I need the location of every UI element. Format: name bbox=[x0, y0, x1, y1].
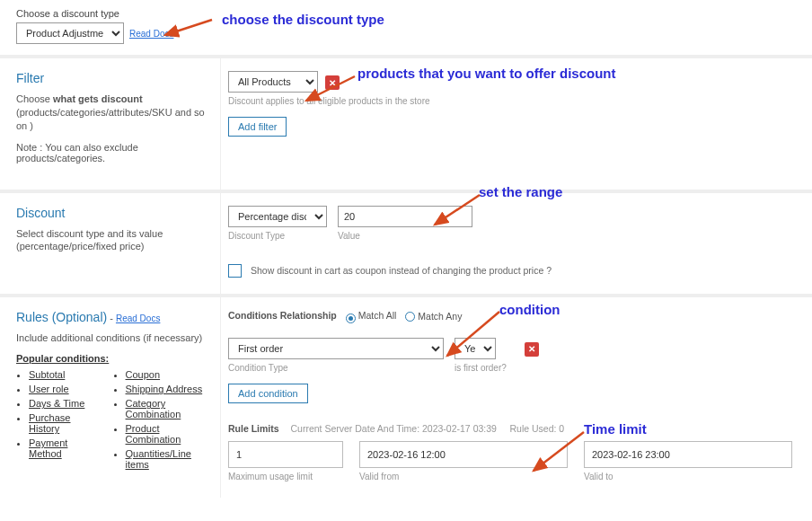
server-time-value: 2023-02-17 03:39 bbox=[422, 423, 497, 434]
rule-used-label: Rule Used: bbox=[510, 423, 560, 434]
popular-left-list: Subtotal User role Days & Time Purchase … bbox=[16, 369, 93, 473]
valid-to-helper: Valid to bbox=[584, 472, 792, 481]
conditions-relationship-label: Conditions Relationship bbox=[228, 310, 337, 321]
filter-title: Filter bbox=[16, 71, 209, 85]
remove-condition-icon[interactable]: ✕ bbox=[525, 342, 539, 357]
popular-conditions-title: Popular conditions: bbox=[16, 353, 209, 364]
popular-item[interactable]: Coupon bbox=[126, 369, 209, 380]
filter-helper: Discount applies to all eligible product… bbox=[228, 96, 790, 106]
discount-title: Discount bbox=[16, 206, 209, 220]
popular-item[interactable]: Category Combination bbox=[126, 398, 209, 419]
discount-value-input[interactable] bbox=[338, 206, 472, 227]
rules-read-docs-link[interactable]: Read Docs bbox=[116, 313, 160, 323]
condition-type-helper: Condition Type bbox=[228, 363, 444, 373]
condition-value-helper: is first order? bbox=[455, 363, 507, 373]
popular-item[interactable]: User role bbox=[29, 384, 93, 394]
discount-value-helper: Value bbox=[338, 231, 472, 241]
rule-limits-label: Rule Limits bbox=[228, 423, 279, 434]
condition-type-select[interactable]: First order bbox=[228, 338, 444, 359]
server-time-label: Current Server Date And Time: bbox=[291, 423, 422, 434]
add-condition-button[interactable]: Add condition bbox=[228, 384, 308, 403]
popular-item[interactable]: Days & Time bbox=[29, 398, 93, 409]
popular-item[interactable]: Shipping Address bbox=[126, 384, 209, 394]
discount-type-select[interactable]: Product Adjustment bbox=[16, 22, 124, 44]
condition-value-select[interactable]: Yes bbox=[455, 338, 496, 359]
match-all-radio[interactable]: Match All bbox=[346, 310, 397, 322]
rules-title: Rules (Optional) - Read Docs bbox=[16, 310, 209, 324]
show-as-coupon-label: Show discount in cart as coupon instead … bbox=[251, 265, 552, 276]
discount-type-label: Choose a discount type bbox=[16, 8, 812, 19]
read-docs-link[interactable]: Read Docs bbox=[129, 29, 173, 39]
valid-to-input[interactable] bbox=[584, 441, 792, 468]
popular-item[interactable]: Purchase History bbox=[29, 412, 93, 434]
add-filter-button[interactable]: Add filter bbox=[228, 117, 287, 137]
filter-note: Note : You can also exclude products/cat… bbox=[16, 142, 209, 163]
popular-item[interactable]: Product Combination bbox=[126, 423, 209, 445]
popular-right-list: Coupon Shipping Address Category Combina… bbox=[113, 369, 209, 473]
rule-used-value: 0 bbox=[559, 423, 564, 434]
filter-desc: Choose what gets discount (products/cate… bbox=[16, 93, 209, 133]
show-as-coupon-checkbox[interactable] bbox=[228, 264, 242, 278]
discount-desc: Select discount type and its value (perc… bbox=[16, 227, 209, 254]
discount-type-value-select[interactable]: Percentage discount bbox=[228, 206, 327, 227]
popular-item[interactable]: Quantities/Line items bbox=[126, 448, 209, 470]
popular-item[interactable]: Subtotal bbox=[29, 369, 93, 380]
max-usage-helper: Maximum usage limit bbox=[228, 472, 343, 481]
discount-type-helper: Discount Type bbox=[228, 231, 327, 241]
valid-from-helper: Valid from bbox=[359, 472, 568, 481]
max-usage-input[interactable] bbox=[228, 441, 343, 468]
match-any-radio[interactable]: Match Any bbox=[405, 310, 462, 322]
rules-desc: Include additional conditions (if necess… bbox=[16, 331, 209, 345]
remove-filter-icon[interactable]: ✕ bbox=[325, 75, 340, 90]
popular-item[interactable]: Payment Method bbox=[29, 437, 93, 459]
filter-products-select[interactable]: All Products bbox=[228, 71, 318, 93]
valid-from-input[interactable] bbox=[359, 441, 568, 468]
